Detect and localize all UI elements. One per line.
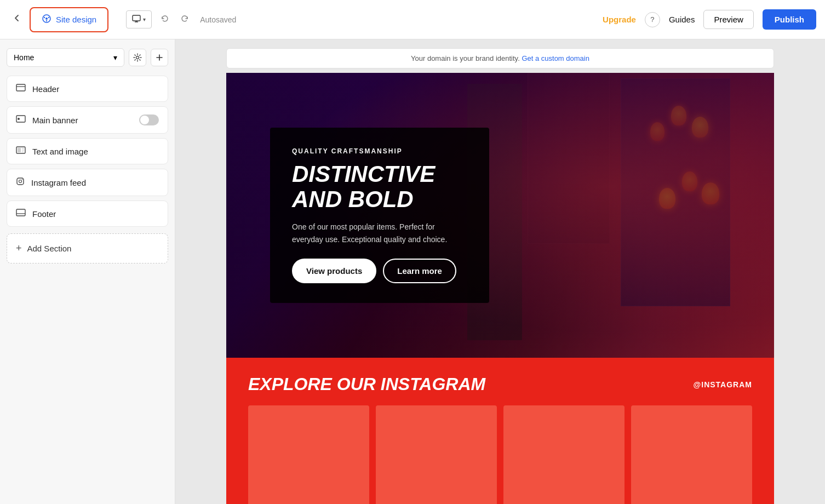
instagram-grid bbox=[248, 405, 752, 504]
undo-button[interactable] bbox=[156, 11, 174, 28]
svg-point-12 bbox=[18, 118, 20, 120]
page-settings-button[interactable] bbox=[129, 49, 146, 66]
toolbar-right: Upgrade ? Guides Preview Publish bbox=[603, 9, 816, 30]
custom-domain-link[interactable]: Get a custom domain bbox=[522, 54, 589, 62]
svg-point-19 bbox=[19, 180, 22, 183]
toggle-knob bbox=[140, 116, 149, 124]
footer-section-label: Footer bbox=[32, 209, 159, 219]
domain-banner: Your domain is your brand identity. Get … bbox=[226, 48, 774, 68]
svg-rect-5 bbox=[133, 15, 140, 21]
main-banner-toggle[interactable] bbox=[139, 114, 159, 125]
palette-icon bbox=[42, 14, 51, 26]
instagram-item-1[interactable] bbox=[248, 405, 369, 504]
footer-section-icon bbox=[16, 209, 26, 219]
add-section-label: Add Section bbox=[27, 244, 72, 253]
domain-text: Your domain is your brand identity. bbox=[411, 54, 520, 62]
site-design-button[interactable]: Site design bbox=[30, 7, 108, 32]
svg-rect-14 bbox=[18, 148, 21, 152]
site-preview: QUALITY CRAFTSMANSHIP DISTINCTIVE AND BO… bbox=[226, 73, 774, 504]
monitor-icon bbox=[132, 14, 141, 25]
add-section-button[interactable]: + Add Section bbox=[7, 233, 168, 264]
back-button[interactable] bbox=[9, 10, 25, 29]
svg-point-2 bbox=[44, 16, 45, 18]
dropdown-chevron-icon: ▾ bbox=[113, 53, 117, 62]
learn-more-button[interactable]: Learn more bbox=[383, 259, 456, 283]
instagram-section: EXPLORE OUR INSTAGRAM @INSTAGRAM bbox=[226, 358, 774, 504]
hero-content-box: QUALITY CRAFTSMANSHIP DISTINCTIVE AND BO… bbox=[270, 128, 489, 303]
page-selector: Home ▾ bbox=[7, 48, 168, 67]
page-label: Home bbox=[14, 53, 34, 62]
sidebar-item-header[interactable]: Header bbox=[7, 76, 168, 102]
guides-button[interactable]: Guides bbox=[669, 15, 695, 24]
hero-title: DISTINCTIVE AND BOLD bbox=[292, 162, 467, 212]
add-page-button[interactable] bbox=[151, 49, 168, 66]
toolbar: Site design ▾ bbox=[0, 0, 825, 39]
hero-buttons: View products Learn more bbox=[292, 259, 467, 283]
undo-redo-group bbox=[156, 11, 193, 28]
svg-point-4 bbox=[46, 20, 47, 21]
publish-button[interactable]: Publish bbox=[763, 9, 816, 30]
svg-rect-21 bbox=[16, 209, 25, 216]
instagram-handle: @INSTAGRAM bbox=[694, 380, 752, 389]
sidebar-item-main-banner[interactable]: Main banner bbox=[7, 106, 168, 134]
upgrade-button[interactable]: Upgrade bbox=[603, 15, 636, 24]
site-design-label: Site design bbox=[56, 15, 96, 24]
preview-button[interactable]: Preview bbox=[703, 10, 753, 29]
autosaved-status: Autosaved bbox=[200, 15, 236, 24]
svg-point-20 bbox=[22, 179, 23, 180]
content-area: Your domain is your brand identity. Get … bbox=[175, 39, 825, 504]
page-dropdown[interactable]: Home ▾ bbox=[7, 48, 124, 67]
hero-section: QUALITY CRAFTSMANSHIP DISTINCTIVE AND BO… bbox=[226, 73, 774, 358]
instagram-feed-section-label: Instagram feed bbox=[31, 178, 159, 187]
instagram-section-icon bbox=[16, 177, 25, 188]
sidebar: Home ▾ Heade bbox=[0, 39, 175, 504]
hero-description: One of our most popular items. Perfect f… bbox=[292, 221, 467, 245]
dropdown-arrow-icon: ▾ bbox=[143, 16, 146, 22]
instagram-title: EXPLORE OUR INSTAGRAM bbox=[248, 374, 485, 394]
svg-rect-18 bbox=[17, 178, 24, 185]
svg-point-8 bbox=[136, 56, 139, 59]
banner-section-icon bbox=[16, 115, 26, 125]
toolbar-left: Site design bbox=[9, 7, 108, 32]
header-section-icon bbox=[16, 84, 26, 94]
help-button[interactable]: ? bbox=[645, 12, 660, 27]
svg-point-1 bbox=[45, 18, 48, 20]
text-image-section-icon bbox=[16, 146, 26, 156]
main-area: Home ▾ Heade bbox=[0, 39, 825, 504]
view-products-button[interactable]: View products bbox=[292, 259, 376, 283]
sidebar-item-text-and-image[interactable]: Text and image bbox=[7, 138, 168, 164]
sidebar-item-footer[interactable]: Footer bbox=[7, 201, 168, 227]
plus-icon: + bbox=[16, 243, 22, 254]
hero-subtitle: QUALITY CRAFTSMANSHIP bbox=[292, 147, 467, 155]
device-selector[interactable]: ▾ bbox=[126, 10, 152, 28]
main-banner-section-label: Main banner bbox=[32, 116, 133, 125]
instagram-item-2[interactable] bbox=[376, 405, 497, 504]
instagram-item-3[interactable] bbox=[503, 405, 625, 504]
instagram-item-4[interactable] bbox=[631, 405, 752, 504]
text-and-image-section-label: Text and image bbox=[32, 147, 159, 156]
domain-banner-wrapper: Your domain is your brand identity. Get … bbox=[175, 39, 825, 73]
instagram-header: EXPLORE OUR INSTAGRAM @INSTAGRAM bbox=[248, 374, 752, 394]
header-section-label: Header bbox=[32, 84, 159, 94]
sidebar-item-instagram-feed[interactable]: Instagram feed bbox=[7, 169, 168, 196]
svg-rect-9 bbox=[16, 84, 25, 91]
redo-button[interactable] bbox=[176, 11, 193, 28]
svg-point-3 bbox=[48, 16, 49, 18]
toolbar-center: ▾ Autosaved bbox=[115, 10, 596, 28]
